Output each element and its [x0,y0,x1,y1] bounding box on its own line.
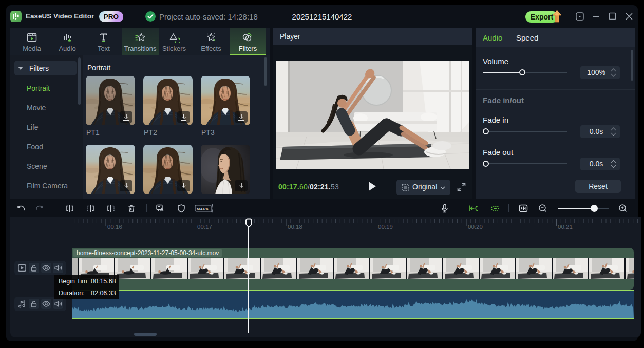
svg-text:00:19: 00:19 [378,224,393,230]
svg-text:MARK: MARK [197,207,209,211]
svg-text:00:20: 00:20 [468,224,483,230]
svg-text:00:21: 00:21 [558,224,573,230]
svg-text:00:17: 00:17 [197,224,212,230]
svg-text:00:18: 00:18 [288,224,302,230]
svg-text:00:16: 00:16 [107,224,122,230]
